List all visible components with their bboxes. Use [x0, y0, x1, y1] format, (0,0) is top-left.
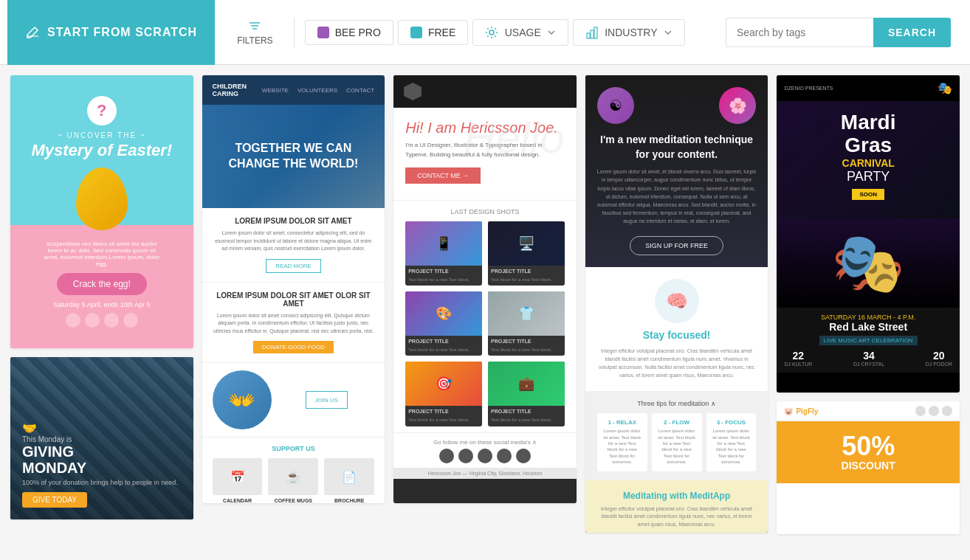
free-label: FREE: [428, 27, 455, 38]
contact-button[interactable]: CONTACT ME →: [405, 167, 481, 184]
list-item: 👕 PROJECT TITLE Text block for a new Tex…: [488, 291, 565, 356]
children-nav-links: WEBSITE VOLUNTEERS CONTACT: [262, 87, 374, 94]
coffee-icon: ☕: [268, 458, 318, 495]
designer-top-bar: [393, 75, 577, 108]
start-from-scratch-button[interactable]: START FROM SCRATCH: [7, 0, 215, 65]
uncover-text: ~ UNCOVER THE ~: [58, 131, 146, 139]
children-card[interactable]: CHILDREN CARING WEBSITE VOLUNTEERS CONTA…: [202, 75, 385, 503]
med-body: Lorem ipsum dolor sit amet, et blandi vi…: [597, 167, 757, 225]
list-item: 2 - FLOW Lorem ipsum dolor sit amet. Tex…: [652, 413, 702, 471]
pigfly-logo: 🐷 PigFly: [784, 407, 818, 415]
tips-title: Three tips for meditation ∧: [597, 400, 757, 407]
pigfly-fb-icon: [915, 406, 926, 416]
bee-pro-label: BEE PRO: [335, 27, 381, 38]
tip-text-1: Lorem ipsum dolor sit amet. Text block f…: [603, 428, 641, 465]
filter-icon: [248, 19, 261, 32]
templates-grid: ? ~ UNCOVER THE ~ Mystery of Easter! Sus…: [0, 65, 970, 545]
egg-illustration: [76, 167, 128, 230]
shot-label-5: PROJECT TITLE: [405, 406, 482, 417]
chevron-down-icon-2: [664, 28, 673, 37]
list-item: 💼 PROJECT TITLE Text block for a new Tex…: [488, 362, 565, 426]
stat-label-1: DJ KULTUR: [784, 362, 812, 367]
mask-face-icon: 🎭: [831, 229, 905, 298]
mardgras-content: Mardi Gras CARNIVAL PARTY SOON: [777, 101, 960, 219]
discount-section: 50% DISCOUNT: [777, 421, 960, 483]
read-more-button-1[interactable]: READ MORE: [266, 259, 320, 273]
tip-text-2: Lorem ipsum dolor sit amet. Text block f…: [658, 428, 696, 465]
shot-label-3: PROJECT TITLE: [405, 336, 482, 347]
donate-button[interactable]: DONATE GOOD FOOD: [253, 341, 334, 353]
twitter-icon-2: [458, 449, 473, 463]
template-col-5: DZENIO PRESENTS 🎭 Mardi Gras CARNIVAL PA…: [777, 75, 960, 534]
shot-img-1: 📱: [405, 221, 482, 266]
filters-label: FILTERS: [237, 35, 272, 46]
face-image: 🎭: [777, 219, 960, 308]
giving-sub: 100% of your donation brings help to peo…: [22, 479, 182, 486]
free-button[interactable]: FREE: [398, 20, 468, 45]
hi-text: Hi! I am Hericsson Joe.: [405, 120, 565, 136]
pigfly-tw-icon: [929, 406, 939, 416]
med-headline: I'm a new meditation technique for your …: [597, 133, 757, 162]
signup-button[interactable]: SIGN UP FOR FREE: [630, 236, 723, 255]
stay-text: Integer efficitur volutpat placerat orci…: [597, 347, 757, 380]
meditapp-text: Integer efficitur volutpat placerat orci…: [597, 505, 757, 529]
stat-label-2: DJ CRYSTAL: [853, 362, 884, 367]
discount-pct: 50%: [788, 433, 948, 460]
divider: [294, 18, 295, 47]
meditation-card[interactable]: ☯ 🌸 I'm a new meditation technique for y…: [585, 75, 768, 533]
meditation-icon-right: 🌸: [719, 87, 756, 124]
meditation-icon-left: ☯: [597, 87, 634, 124]
nav-volunteers: VOLUNTEERS: [297, 87, 337, 94]
question-badge: ?: [87, 96, 117, 125]
crack-egg-button[interactable]: Crack the egg!: [57, 273, 147, 295]
children-logo: CHILDREN CARING: [213, 83, 262, 97]
head-icon: 🧠: [655, 279, 699, 323]
usage-dropdown[interactable]: USAGE: [472, 19, 568, 46]
dribbble-icon: [497, 449, 512, 463]
filters-button[interactable]: FILTERS: [227, 13, 283, 52]
search-button[interactable]: SEARCH: [873, 18, 951, 47]
designer-card[interactable]: Hi! I am Hericsson Joe. I'm a UI Designe…: [393, 75, 577, 503]
pigfly-card[interactable]: 🐷 PigFly 50% DISCOUNT: [777, 401, 960, 534]
list-item: 22 DJ KULTUR: [784, 350, 812, 367]
industry-dropdown[interactable]: INDUSTRY: [573, 19, 684, 46]
mardgras-card[interactable]: DZENIO PRESENTS 🎭 Mardi Gras CARNIVAL PA…: [777, 75, 960, 393]
stay-section: 🧠 Stay focused! Integer efficitur volutp…: [585, 267, 768, 392]
mardgras-bottom: SATURDAY 16 MARCH - 4 P.M. Red Lake Stre…: [777, 308, 960, 373]
linkedin-icon: [478, 449, 492, 463]
toolbar-controls: FILTERS BEE PRO FREE USAGE: [215, 0, 963, 64]
list-item: 📄 BROCHURE Lorem ipsum dolor sit amet. T…: [324, 458, 374, 503]
giving-title: GIVING MONDAY: [22, 443, 182, 476]
designer-social: [393, 449, 577, 468]
shot-label-1: PROJECT TITLE: [405, 266, 482, 277]
hex-icon: [404, 83, 422, 100]
search-input[interactable]: [726, 18, 873, 47]
shot-desc-1: Text block for a new Text block.: [405, 277, 482, 286]
give-today-button[interactable]: GIVE TODAY: [22, 492, 87, 508]
toolbar: START FROM SCRATCH FILTERS BEE PRO FREE: [0, 0, 970, 65]
easter-lorem: Suspendisse nec libero sit amet dui auct…: [43, 241, 161, 267]
pigfly-logo-text: PigFly: [796, 407, 818, 415]
children-hero-text: TOGETHER WE CAN CHANGE THE WORLD!: [213, 141, 375, 172]
join-button[interactable]: JOIN US: [306, 391, 348, 409]
join-image: 👐: [213, 370, 272, 429]
designer-footer: Hericsson Joe — Virginia City, Giordano,…: [393, 468, 577, 479]
template-col-4: ☯ 🌸 I'm a new meditation technique for y…: [585, 75, 768, 534]
list-item: 1 - RELAX Lorem ipsum dolor sit amet. Te…: [597, 413, 647, 471]
stats-row: 22 DJ KULTUR 34 DJ CRYSTAL 20 DJ PODOR: [784, 350, 952, 367]
designer-shots-section: LAST DESIGN SHOTS 📱 PROJECT TITLE Text b…: [393, 184, 577, 479]
easter-card[interactable]: ? ~ UNCOVER THE ~ Mystery of Easter! Sus…: [10, 75, 193, 348]
children-nav: CHILDREN CARING WEBSITE VOLUNTEERS CONTA…: [202, 75, 385, 105]
template-col-1: ? ~ UNCOVER THE ~ Mystery of Easter! Sus…: [10, 75, 193, 534]
item-label-calendar: CALENDAR: [213, 498, 263, 503]
tip-num-2: 2 - FLOW: [658, 419, 696, 426]
usage-label: USAGE: [505, 27, 541, 38]
celebration-text: LIVE MUSIC ART CELEBRATION: [819, 336, 918, 345]
bee-pro-button[interactable]: BEE PRO: [305, 20, 393, 45]
svg-point-4: [489, 30, 494, 35]
giving-card[interactable]: 🤝 This Monday is GIVING MONDAY 100% of y…: [10, 357, 193, 519]
giving-content: 🤝 This Monday is GIVING MONDAY 100% of y…: [22, 421, 182, 508]
stat-label-3: DJ PODOR: [926, 362, 952, 367]
soon-badge: SOON: [852, 189, 884, 200]
facebook-icon-2: [439, 449, 454, 463]
